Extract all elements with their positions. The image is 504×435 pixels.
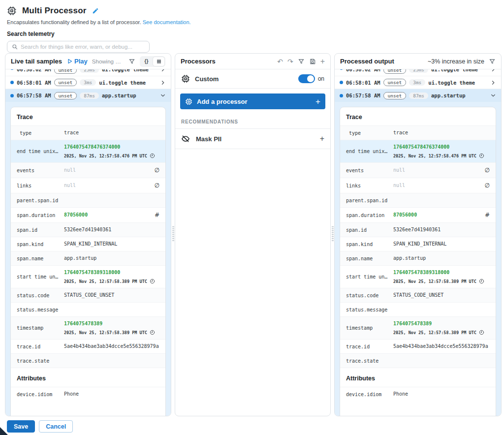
sample-row[interactable]: 06:58:01 AMunset3msui.toggle_theme bbox=[5, 76, 171, 89]
add-processor-button[interactable]: Add a processor + bbox=[180, 93, 325, 109]
trace-row[interactable]: _typetrace bbox=[340, 125, 496, 140]
trace-row[interactable]: span.duration87056000# bbox=[340, 207, 496, 222]
trace-value: null bbox=[393, 167, 485, 173]
add-icon[interactable]: + bbox=[320, 58, 325, 65]
trace-row[interactable]: eventsnull∅ bbox=[11, 162, 165, 178]
null-type-icon[interactable]: ∅ bbox=[155, 182, 159, 189]
sample-row[interactable]: 06:57:58 AMunset87msapp.startup bbox=[5, 89, 171, 102]
trace-row[interactable]: parent.span.id bbox=[11, 193, 165, 207]
null-type-icon[interactable]: ∅ bbox=[485, 167, 490, 174]
redo-icon[interactable]: ↷ bbox=[287, 58, 293, 65]
json-view-button[interactable]: {} bbox=[141, 57, 152, 66]
trace-key: span.duration bbox=[17, 213, 64, 218]
trace-row[interactable]: span.duration87056000# bbox=[11, 207, 165, 222]
trace-key: _type bbox=[17, 130, 64, 136]
filter-icon[interactable] bbox=[489, 58, 496, 65]
processors-title: Processors bbox=[181, 58, 216, 65]
number-type-icon[interactable]: # bbox=[485, 212, 490, 218]
chevron-right-icon[interactable] bbox=[490, 80, 496, 86]
status-dot-icon bbox=[340, 69, 343, 70]
trace-value: 1764075478389318000 bbox=[64, 270, 159, 276]
span-name: ui.toggle_theme bbox=[99, 80, 146, 86]
number-type-icon[interactable]: # bbox=[155, 212, 159, 218]
trace-row[interactable]: timestamp17640754783892025, Nov 25, 12:5… bbox=[340, 316, 496, 339]
trace-key: events bbox=[17, 168, 64, 173]
trace-row[interactable]: span.id5326ee7d41940361 bbox=[340, 222, 496, 237]
description-text: Encapsulates functionality defined by a … bbox=[7, 19, 143, 25]
trace-row[interactable]: span.id5326ee7d41940361 bbox=[11, 222, 165, 237]
filter-icon[interactable] bbox=[128, 58, 135, 65]
chevron-right-icon[interactable] bbox=[490, 69, 496, 72]
filter-icon[interactable] bbox=[298, 58, 305, 65]
view-toggle: {} bbox=[140, 56, 165, 67]
trace-row[interactable]: span.nameapp.startup bbox=[11, 251, 165, 265]
chevron-down-icon[interactable] bbox=[160, 93, 166, 98]
trace-row[interactable]: status.message bbox=[11, 302, 165, 316]
processed-output-panel: Processed output ~3% increase in size 06… bbox=[334, 53, 502, 416]
trace-row[interactable]: trace.id5ae4b434bae3ab34dcce5e556328979a bbox=[340, 339, 496, 353]
duration-badge: 87ms bbox=[409, 93, 428, 99]
play-button[interactable]: Play bbox=[66, 58, 88, 65]
sample-row[interactable]: 06:57:58 AMunset87msapp.startup bbox=[335, 89, 501, 102]
trace-row[interactable]: end_time_unix…17640754784763740002025, N… bbox=[11, 140, 165, 162]
trace-date: 2025, Nov 25, 12:57:58.389 PM UTC bbox=[393, 279, 476, 284]
status-dot-icon bbox=[10, 69, 14, 70]
trace-row[interactable]: timestamp17640754783892025, Nov 25, 12:5… bbox=[11, 316, 165, 339]
table-view-icon bbox=[156, 59, 162, 64]
trace-row[interactable]: trace.state bbox=[340, 353, 496, 368]
trace-row[interactable]: status.message bbox=[340, 302, 496, 316]
status-dot-icon bbox=[10, 94, 14, 97]
see-documentation-link[interactable]: See documentation. bbox=[143, 19, 191, 25]
panel-resize-handle[interactable] bbox=[331, 53, 334, 416]
trace-row[interactable]: end_time_unix…17640754784763740002025, N… bbox=[340, 140, 496, 162]
trace-value: null bbox=[64, 183, 155, 188]
attribute-row[interactable]: device.idiomPhone bbox=[11, 387, 165, 401]
trace-row[interactable]: start_time_un…17640754783893180002025, N… bbox=[340, 265, 496, 288]
null-type-icon[interactable]: ∅ bbox=[155, 167, 159, 174]
trace-row[interactable]: trace.id5ae4b434bae3ab34dcce5e556328979a bbox=[11, 339, 165, 353]
trace-row[interactable]: start_time_un…17640754783893180002025, N… bbox=[11, 265, 165, 288]
status-badge: unset bbox=[54, 79, 77, 86]
trace-row[interactable]: status.codeSTATUS_CODE_UNSET bbox=[340, 288, 496, 302]
chevron-right-icon[interactable] bbox=[160, 80, 166, 86]
sample-row[interactable]: 06:58:02 AMunset25msui.toggle_theme bbox=[335, 69, 501, 76]
trace-row[interactable]: _typetrace bbox=[11, 125, 165, 140]
trace-row[interactable]: span.kindSPAN_KIND_INTERNAL bbox=[340, 237, 496, 251]
panel-resize-handle[interactable] bbox=[171, 53, 175, 416]
trace-row[interactable]: linksnull∅ bbox=[340, 178, 496, 193]
trace-row[interactable]: parent.span.id bbox=[340, 193, 496, 207]
sample-row[interactable]: 06:58:02 AMunset25msui.toggle_theme bbox=[5, 69, 171, 76]
table-view-button[interactable] bbox=[153, 57, 164, 66]
trace-row[interactable]: eventsnull∅ bbox=[340, 162, 496, 178]
trace-value: 1764075478476374000 bbox=[64, 144, 159, 150]
null-type-icon[interactable]: ∅ bbox=[485, 182, 490, 189]
trace-date: 2025, Nov 25, 12:57:58.389 PM UTC bbox=[64, 279, 147, 284]
processor-toggle[interactable] bbox=[298, 74, 315, 83]
chevron-right-icon[interactable] bbox=[160, 69, 166, 72]
trace-key: status.message bbox=[17, 307, 64, 312]
attribute-row[interactable]: device.idiomPhone bbox=[340, 387, 496, 401]
attributes-section-title: Attributes bbox=[340, 368, 496, 387]
edit-title-icon[interactable] bbox=[92, 7, 99, 14]
trace-row[interactable]: linksnull∅ bbox=[11, 178, 165, 193]
clock-icon bbox=[479, 153, 484, 158]
search-input[interactable] bbox=[21, 44, 145, 50]
save-button[interactable]: Save bbox=[7, 420, 35, 433]
cancel-button[interactable]: Cancel bbox=[39, 420, 73, 433]
add-recommendation-icon[interactable]: + bbox=[320, 135, 324, 143]
recommendation-mask-pii[interactable]: Mask PII + bbox=[175, 128, 330, 149]
trace-row[interactable]: status.codeSTATUS_CODE_UNSET bbox=[11, 288, 165, 302]
processor-item-custom[interactable]: Custom on bbox=[175, 69, 330, 89]
trace-row[interactable]: span.nameapp.startup bbox=[340, 251, 496, 265]
trace-row[interactable]: trace.state bbox=[11, 353, 165, 368]
sample-row[interactable]: 06:58:01 AMunset3msui.toggle_theme bbox=[335, 76, 501, 89]
search-box[interactable] bbox=[7, 41, 150, 53]
chevron-down-icon[interactable] bbox=[490, 93, 496, 98]
save-snapshot-icon[interactable] bbox=[309, 58, 316, 65]
span-name: app.startup bbox=[431, 93, 466, 98]
trace-row[interactable]: span.kindSPAN_KIND_INTERNAL bbox=[11, 237, 165, 251]
trace-value: null bbox=[393, 183, 485, 188]
live-tail-header: Live tail samples Play Showing 45 rece..… bbox=[5, 54, 171, 69]
status-badge: unset bbox=[54, 92, 77, 99]
undo-icon[interactable]: ↶ bbox=[277, 58, 283, 65]
